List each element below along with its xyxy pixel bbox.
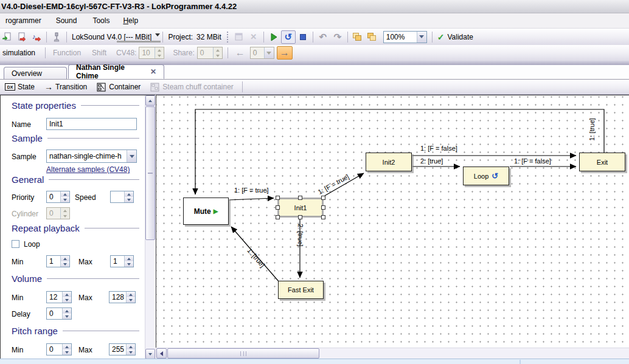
pitch-max-spinner[interactable]: 255 (109, 343, 136, 355)
speed-spinner[interactable] (110, 191, 134, 203)
alternate-samples-link[interactable]: Alternate samples (CV48) (46, 165, 130, 174)
spinner-buttons[interactable] (126, 292, 135, 303)
device-selector-dropdown[interactable]: LokSound V4.0 [--- MBit] (69, 33, 160, 41)
priority-spinner[interactable]: 0 (46, 191, 70, 203)
spinner-buttons[interactable] (62, 308, 71, 319)
panel-scrollbar[interactable] (145, 95, 155, 359)
selection-handle[interactable] (276, 215, 280, 219)
loop-state-icon: ↺ (492, 171, 498, 180)
loop-playback-button[interactable]: ↺ (281, 30, 296, 44)
validate-label: Validate (448, 33, 473, 41)
canvas-scrollbar-thumb[interactable] (167, 348, 319, 359)
state-node-mute[interactable]: Mute ▶ (183, 197, 229, 225)
selection-handle[interactable] (276, 196, 280, 200)
shift-button[interactable]: Shift (89, 49, 109, 57)
selection-handle[interactable] (298, 215, 302, 219)
spinner-buttons[interactable] (62, 292, 71, 303)
edge-label-exit-to-mute: 1: [true] (588, 111, 596, 148)
sample-combobox[interactable]: nathan-single-chime-h (46, 149, 137, 163)
state-node-loop[interactable]: Loop ↺ (463, 167, 509, 185)
scroll-up-button[interactable] (145, 95, 155, 106)
state-node-init2[interactable]: Init2 (366, 153, 412, 171)
repeat-playback-header: Repeat playback (12, 223, 139, 233)
document-tab-strip: Overview Nathan Single Chime ✕ (0, 65, 629, 80)
toolbar-grip[interactable] (227, 32, 229, 43)
spinner-buttons[interactable] (60, 256, 69, 267)
cylinder-value: 0 (47, 208, 60, 219)
bring-forward-button[interactable] (350, 30, 365, 44)
state-node-init1[interactable]: Init1 (277, 197, 324, 218)
scroll-down-button[interactable] (145, 349, 155, 359)
spinner-buttons[interactable] (124, 256, 133, 267)
name-field[interactable]: Init1 (46, 118, 137, 130)
state-diagram-canvas[interactable]: 1: [true] 1: [F = true] 1: [F = true] 2:… (156, 95, 629, 348)
menu-sound[interactable]: Sound (50, 15, 83, 27)
toolbar-separator (313, 32, 313, 43)
properties-dialog-button[interactable] (232, 30, 246, 44)
tab-overview-label: Overview (12, 69, 42, 78)
diagram-toolbar: DX State → Transition Container Steam ch… (0, 80, 629, 95)
bring-forward-icon (353, 33, 362, 41)
tab-nathan-single-chime[interactable]: Nathan Single Chime ✕ (68, 64, 164, 79)
previous-state-button[interactable]: ← (233, 46, 248, 60)
open-project-button[interactable] (0, 30, 15, 44)
redo-icon: ↷ (333, 32, 341, 43)
share-value: 0 (198, 47, 213, 58)
state-node-fast-exit[interactable]: Fast Exit (278, 281, 324, 299)
validate-button[interactable]: ✓ Validate (435, 32, 476, 42)
menu-help[interactable]: Help (117, 15, 144, 27)
panel-scrollbar-thumb[interactable] (145, 106, 155, 240)
programmer-device-button[interactable] (49, 30, 64, 44)
send-backward-icon (367, 33, 377, 41)
zoom-dropdown-button[interactable] (417, 32, 426, 43)
edge-mute-to-init1[interactable] (229, 198, 274, 200)
save-project-button[interactable] (15, 30, 29, 44)
pitch-min-spinner[interactable]: 0 (46, 343, 72, 355)
export-sound-button[interactable]: ♪ (29, 30, 44, 44)
add-state-button[interactable]: DX State (0, 83, 40, 91)
scroll-down-icon (148, 353, 152, 355)
repeat-min-spinner[interactable]: 1 (46, 255, 70, 267)
function-button[interactable]: Function (50, 49, 83, 57)
menu-programmer[interactable]: rogrammer (0, 15, 47, 27)
volume-max-spinner[interactable]: 128 (109, 291, 136, 303)
sample-dropdown-button[interactable] (127, 150, 136, 162)
add-container-button[interactable]: Container (92, 83, 145, 92)
selection-handle[interactable] (321, 215, 325, 219)
spinner-buttons[interactable] (126, 344, 135, 355)
scroll-left-button[interactable] (156, 348, 167, 359)
spinner-buttons[interactable] (62, 344, 71, 355)
undo-button[interactable]: ↶ (316, 30, 330, 44)
zoom-level-value: 100% (384, 33, 417, 41)
add-container-label: Container (109, 83, 141, 91)
state-icon: DX (5, 83, 15, 91)
selection-handle[interactable] (276, 205, 280, 210)
selection-handle[interactable] (321, 205, 325, 210)
repeat-max-label: Max (78, 258, 92, 266)
play-sound-button[interactable] (266, 30, 281, 44)
redo-button[interactable]: ↷ (330, 30, 345, 44)
delete-button[interactable]: ✕ (246, 30, 261, 44)
tab-overview[interactable]: Overview (4, 67, 67, 79)
send-backward-button[interactable] (365, 30, 380, 44)
add-transition-button[interactable]: → Transition (40, 83, 92, 91)
zoom-level-combobox[interactable]: 100% (383, 31, 427, 43)
delay-spinner[interactable]: 0 (46, 307, 72, 320)
menu-tools[interactable]: Tools (87, 15, 115, 27)
spinner-buttons[interactable] (60, 191, 69, 202)
repeat-max-spinner[interactable]: 1 (110, 255, 134, 267)
tab-active-label: Nathan Single Chime (76, 63, 139, 80)
volume-min-spinner[interactable]: 12 (46, 291, 72, 303)
next-state-button[interactable]: → (277, 46, 293, 60)
selection-handle[interactable] (298, 196, 302, 200)
spinner-buttons[interactable] (124, 191, 133, 202)
selection-handle[interactable] (321, 196, 325, 200)
canvas-horizontal-scrollbar[interactable] (156, 348, 629, 359)
edge-exit-to-mute[interactable] (195, 109, 604, 194)
state-node-exit[interactable]: Exit (579, 153, 625, 171)
loop-checkbox[interactable] (12, 240, 19, 248)
add-steam-chuff-container-button[interactable]: Steam chuff container (145, 83, 238, 92)
sample-value: nathan-single-chime-h (47, 152, 127, 160)
stop-sound-button[interactable] (296, 30, 310, 44)
tab-close-icon[interactable]: ✕ (150, 67, 156, 76)
